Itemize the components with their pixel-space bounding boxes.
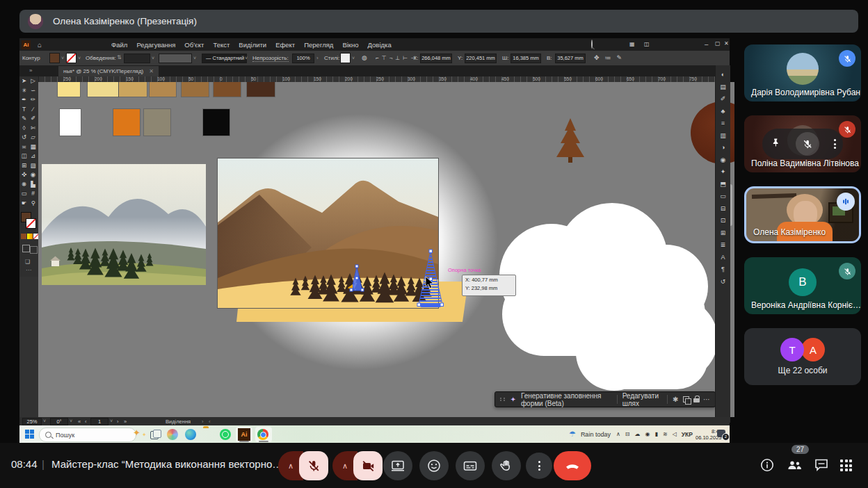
first-artboard-icon[interactable]: «	[78, 418, 81, 425]
edit-path-button[interactable]: Редагувати шлях	[622, 392, 663, 407]
brown-tree-shape[interactable]	[554, 117, 587, 163]
style-swatch[interactable]	[341, 54, 350, 63]
chat-button[interactable]	[814, 457, 829, 475]
status-prev-icon[interactable]: ‹	[209, 418, 211, 425]
width-tool[interactable]: ≍	[19, 143, 29, 152]
pin-button[interactable]	[770, 137, 781, 151]
selection-tool[interactable]: ➤	[19, 76, 29, 86]
opacity-value[interactable]: 100%	[292, 54, 314, 63]
meeting-details-button[interactable]	[760, 457, 775, 475]
gradient-mode-icon[interactable]	[27, 234, 33, 239]
stroke-weight-value[interactable]	[124, 54, 150, 63]
stroke-swatch[interactable]	[26, 219, 35, 228]
blend-tool[interactable]: ◉	[29, 170, 38, 180]
align-panel-icon[interactable]: ⊞	[721, 229, 726, 236]
whatsapp-icon[interactable]	[220, 429, 231, 440]
participant-tile-active-speaker[interactable]: Олена Казіміренко	[744, 186, 861, 243]
fill-caret-icon[interactable]: ˅	[61, 56, 64, 60]
artboard-artwork[interactable]	[218, 158, 438, 308]
opacity-more-icon[interactable]: ›	[316, 55, 319, 61]
more-options-icon[interactable]: ⋯	[703, 396, 710, 403]
free-transform-tool[interactable]: ▦	[29, 143, 38, 152]
palette-swatch[interactable]	[60, 109, 81, 136]
symbols-panel-icon[interactable]: ♣	[721, 108, 725, 115]
people-button[interactable]	[786, 457, 803, 475]
menu-window[interactable]: Вікно	[342, 41, 358, 49]
swatches-panel-icon[interactable]: ▤	[720, 83, 726, 90]
settings-gear-icon[interactable]: ✱	[673, 396, 678, 403]
more-options-button[interactable]	[834, 139, 836, 149]
slice-tool[interactable]: #	[29, 189, 38, 199]
more-options-button[interactable]	[526, 453, 552, 479]
menu-file[interactable]: Файл	[111, 41, 127, 49]
palette-swatch[interactable]	[119, 82, 147, 97]
graphic-styles-panel-icon[interactable]: ✦	[721, 168, 726, 175]
end-call-button[interactable]	[554, 451, 591, 480]
brush-caret-icon[interactable]: ˅	[245, 56, 248, 60]
appearance-panel-icon[interactable]: ◉	[721, 156, 726, 163]
variable-width-profile[interactable]	[159, 54, 192, 63]
task-view-icon[interactable]	[149, 428, 161, 441]
draw-behind-icon[interactable]	[30, 246, 38, 254]
document-setup-icon[interactable]: ◍	[362, 54, 367, 61]
tray-wifi-icon[interactable]: ≋	[663, 431, 668, 437]
tray-display-icon[interactable]: ⊟	[625, 431, 630, 437]
menu-help[interactable]: Довідка	[368, 41, 392, 49]
menu-select[interactable]: Виділити	[239, 41, 266, 49]
menu-object[interactable]: Об'єкт	[184, 41, 204, 49]
lock-icon[interactable]	[693, 396, 698, 403]
brush-definition[interactable]: — Стандартний	[202, 54, 247, 63]
draw-normal-icon[interactable]	[22, 245, 30, 252]
restore-button[interactable]: ▢	[715, 40, 721, 47]
duplicate-icon[interactable]	[683, 396, 688, 403]
illustrator-taskbar-icon[interactable]: Ai	[238, 428, 250, 441]
present-screen-button[interactable]	[383, 451, 412, 480]
menu-type[interactable]: Текст	[213, 41, 230, 49]
curvature-tool[interactable]: ✏	[29, 95, 38, 105]
tab-close-icon[interactable]: ✕	[149, 68, 154, 74]
tray-cloud-icon[interactable]: ☁	[635, 431, 641, 437]
mesh-tool[interactable]: ⊞	[19, 161, 29, 171]
chrome-taskbar-icon[interactable]	[257, 429, 268, 440]
palette-swatch[interactable]	[144, 109, 170, 136]
scale-tool[interactable]: ▱	[29, 133, 38, 143]
x-field[interactable]: 266,048 mm	[420, 54, 452, 63]
more-participants-tile[interactable]: T A Ще 22 особи	[744, 328, 861, 385]
participant-tile[interactable]: Дарія Володимирівна Рубан	[744, 44, 861, 101]
stroke-weight-caret-icon[interactable]: ˅	[152, 56, 154, 60]
palette-swatch[interactable]	[214, 82, 241, 97]
participant-tile[interactable]: B Вероніка Андріївна Корніє…	[744, 257, 861, 314]
palette-swatch[interactable]	[182, 82, 209, 97]
stroke-stepper-icon[interactable]: ⇅	[117, 54, 122, 60]
edge-icon[interactable]	[185, 429, 196, 440]
artboard-tool[interactable]: ▭	[19, 189, 29, 199]
copilot-sparkle-icon[interactable]: ✦	[133, 428, 140, 438]
reactions-button[interactable]	[419, 451, 449, 480]
last-artboard-icon[interactable]: »	[124, 418, 127, 425]
drag-handle-icon[interactable]	[500, 398, 506, 402]
search-icon[interactable]	[591, 40, 593, 48]
minimize-button[interactable]: –	[705, 40, 708, 48]
rotation-caret-icon[interactable]: ˅	[70, 418, 72, 423]
document-tab[interactable]: нья* @ 25 % (CMYK/Перегляд) ✕	[58, 66, 159, 76]
workspace-icon[interactable]: ◫	[644, 41, 650, 47]
camera-toggle-button[interactable]	[353, 451, 383, 480]
mic-toggle-button[interactable]	[299, 451, 328, 480]
canvas[interactable]: Опорна точка X: 400,77 mm Y: 232,98 mm ✦…	[38, 82, 734, 417]
perspective-grid-tool[interactable]: ⊿	[29, 152, 38, 161]
zoom-caret-icon[interactable]: ˅	[43, 418, 46, 423]
character-panel-icon[interactable]: A	[721, 254, 725, 261]
taskbar-search[interactable]: Пошук	[39, 428, 136, 442]
menu-view[interactable]: Перегляд	[304, 41, 333, 49]
gradient-tool[interactable]: ▨	[29, 161, 38, 171]
libraries-panel-icon[interactable]: ⊡	[721, 217, 726, 224]
screen-mode-icon[interactable]: ❏	[25, 259, 30, 265]
gradient-panel-icon[interactable]: ▥	[720, 132, 726, 139]
close-button[interactable]: ✕	[724, 40, 729, 47]
type-tool[interactable]: T	[19, 105, 29, 115]
palette-swatch[interactable]	[247, 82, 275, 97]
tray-volume-icon[interactable]: ◁	[673, 431, 677, 437]
zoom-tool[interactable]: ⚲	[29, 199, 38, 209]
cloud-shape[interactable]	[583, 327, 708, 389]
raise-hand-button[interactable]	[492, 451, 521, 480]
